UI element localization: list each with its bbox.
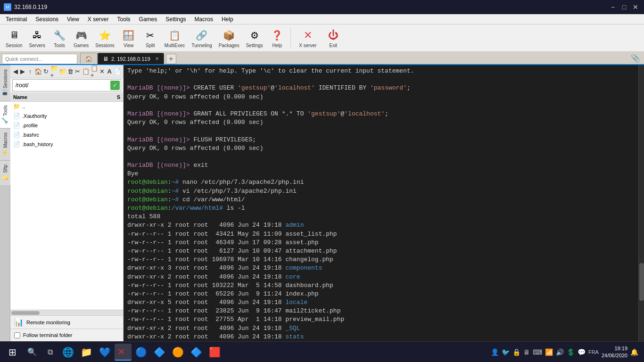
fb-newfile-button[interactable]: 📄 <box>114 67 121 76</box>
fb-close-button[interactable]: ✕ <box>99 67 106 76</box>
taskbar-right: 👤 🐦 🔒 🖥 ⌨ 📶 🔊 💲 💬 FRA 19:19 24/06/2020 🔔 <box>491 345 642 359</box>
close-button[interactable]: ✕ <box>631 2 640 12</box>
minimize-button[interactable]: − <box>608 2 618 12</box>
systray-network-icon[interactable]: 📶 <box>545 348 553 356</box>
menu-view[interactable]: View <box>63 15 83 24</box>
fb-back-button[interactable]: ◀ <box>12 67 19 76</box>
file-item-xauthority[interactable]: 📄 .Xauthority <box>10 111 123 121</box>
systray-security-icon[interactable]: 🔒 <box>512 348 520 356</box>
menu-sessions[interactable]: Sessions <box>32 15 62 24</box>
tab-add-button[interactable]: + <box>166 54 176 64</box>
sidebar-hscroll-thumb[interactable] <box>11 311 40 315</box>
fb-delete-button[interactable]: 🗑 <box>67 67 74 76</box>
term-line-blank2 <box>127 101 635 110</box>
quick-connect-input[interactable] <box>2 54 77 64</box>
toolbar-settings[interactable]: ⚙ Settings <box>243 26 266 50</box>
paperclip-icon[interactable]: 📎 <box>631 54 640 63</box>
fb-newfolder-button[interactable]: 📁+ <box>50 67 58 76</box>
sidebar-hscroll[interactable] <box>10 310 123 315</box>
search-button[interactable]: 🔍 <box>24 344 41 361</box>
start-button[interactable]: ⊞ <box>2 344 23 361</box>
systray-keyboard-icon[interactable]: ⌨ <box>533 348 542 356</box>
systray-monitor-icon[interactable]: 🖥 <box>523 348 530 356</box>
tools-panel-icon: 🔧 <box>2 117 8 124</box>
taskbar-vscode[interactable]: 🔵 <box>132 344 150 361</box>
file-item-profile[interactable]: 📄 .profile <box>10 121 123 130</box>
file-name-bashrc: .bashrc <box>22 132 120 138</box>
current-path: /root/ <box>16 82 28 89</box>
taskbar-virtualbox[interactable]: 🔷 <box>188 344 205 361</box>
file-list-header: Name S <box>10 92 123 102</box>
tab-close-icon[interactable]: ✕ <box>155 56 159 61</box>
task-view-button[interactable]: ⧉ <box>41 344 58 361</box>
split-icon: ✂ <box>143 28 157 42</box>
sftp-panel-label: Sftp <box>2 165 8 173</box>
panel-tab-sftp[interactable]: 📁 Sftp <box>0 160 10 185</box>
toolbar-servers[interactable]: 🖧 Servers <box>26 26 48 50</box>
taskbar-mobaxterm[interactable]: ✕ <box>115 344 132 361</box>
term-line-components: drwxr-xr-x 3 root root 4096 Jun 24 19:18… <box>127 264 635 272</box>
menu-settings[interactable]: Settings <box>162 15 190 24</box>
toolbar-session[interactable]: 🖥 Session <box>3 26 25 50</box>
menu-xserver[interactable]: X server <box>84 15 113 24</box>
fb-forward-button[interactable]: ▶ <box>20 67 26 76</box>
sftp-panel-icon: 📁 <box>2 174 8 181</box>
fb-cut-button[interactable]: ✂ <box>74 67 81 76</box>
mobaxterm-icon: ✕ <box>117 346 125 357</box>
windows-icon: ⊞ <box>8 346 17 358</box>
fb-refresh-button[interactable]: ↻ <box>43 67 50 76</box>
file-item-dotdot[interactable]: 📁 .. <box>10 102 123 111</box>
taskbar-postman[interactable]: 🟠 <box>169 344 187 361</box>
maximize-button[interactable]: □ <box>619 2 629 12</box>
toolbar-packages[interactable]: 📦 Packages <box>216 26 242 50</box>
systray-currency-icon[interactable]: 💲 <box>567 348 575 356</box>
tab-session[interactable]: 🖥 2. 192.168.0.119 ✕ <box>98 53 164 64</box>
remote-monitoring-button[interactable]: 📊 Remote monitoring <box>10 316 123 329</box>
fb-folder-button[interactable]: 📁 <box>59 67 66 76</box>
menu-terminal[interactable]: Terminal <box>2 15 31 24</box>
terminal-scrollbar-thumb[interactable] <box>639 263 644 301</box>
toolbar-view[interactable]: 🪟 View <box>118 26 139 50</box>
toolbar-split[interactable]: ✂ Split <box>140 26 161 50</box>
taskbar-sourcetree[interactable]: 🔷 <box>151 344 168 361</box>
toolbar-tunneling[interactable]: 🔗 Tunneling <box>189 26 215 50</box>
systray-lang[interactable]: FRA <box>588 349 599 355</box>
toolbar-multiexec[interactable]: 📋 MultiExec <box>162 26 188 50</box>
fb-home-button[interactable]: 🏠 <box>34 67 42 76</box>
terminal-output[interactable]: Type 'help;' or '\h' for help. Type '\c'… <box>124 65 638 341</box>
panel-tab-sessions[interactable]: 💻 Sessions <box>0 65 10 101</box>
toolbar-help[interactable]: ❓ Help <box>267 26 288 50</box>
taskbar-explorer[interactable]: 📁 <box>78 344 95 361</box>
systray-volume-icon[interactable]: 🔊 <box>556 348 564 356</box>
fb-paste-button[interactable]: 📋+ <box>91 67 98 76</box>
panel-tab-macros[interactable]: ⚡ Macros <box>0 128 10 160</box>
terminal-scrollbar[interactable] <box>638 65 644 341</box>
systray-twitter-icon[interactable]: 🐦 <box>502 348 510 356</box>
tab-home[interactable]: 🏠 <box>80 53 98 64</box>
toolbar-tools[interactable]: 🔧 Tools <box>49 26 70 50</box>
systray-whatsapp-icon[interactable]: 💬 <box>578 348 586 356</box>
file-item-bash-history[interactable]: 📄 .bash_history <box>10 140 123 149</box>
fb-up-button[interactable]: ↑ <box>27 67 33 76</box>
virtualbox-icon: 🔷 <box>190 346 202 358</box>
toolbar-xserver[interactable]: ✕ X server <box>294 26 322 50</box>
toolbar-games[interactable]: 🎮 Games <box>71 26 91 50</box>
taskbar-outlook[interactable]: 💙 <box>96 344 114 361</box>
panel-tab-tools[interactable]: 🔧 Tools <box>0 101 10 128</box>
menu-tools[interactable]: Tools <box>114 15 134 24</box>
tab-bar: 🏠 🖥 2. 192.168.0.119 ✕ + 📎 <box>0 52 644 65</box>
notification-icon[interactable]: 🔔 <box>630 348 638 356</box>
taskbar-edge[interactable]: 🌐 <box>59 344 77 361</box>
menu-games[interactable]: Games <box>135 15 161 24</box>
toolbar-exit[interactable]: ⏻ Exit <box>323 26 344 50</box>
toolbar-sessions[interactable]: ⭐ Sessions <box>92 26 117 50</box>
taskbar-dbtool[interactable]: 🟥 <box>206 344 223 361</box>
follow-terminal-checkbox[interactable] <box>14 332 20 338</box>
systray-person-icon[interactable]: 👤 <box>491 348 499 356</box>
menu-macros[interactable]: Macros <box>191 15 217 24</box>
file-item-bashrc[interactable]: 📄 .bashrc <box>10 130 123 140</box>
path-ok-button[interactable]: ✓ <box>110 81 120 90</box>
menu-help[interactable]: Help <box>218 15 237 24</box>
fb-copy-button[interactable]: 📋 <box>82 67 90 76</box>
fb-rename-button[interactable]: A <box>106 67 113 76</box>
